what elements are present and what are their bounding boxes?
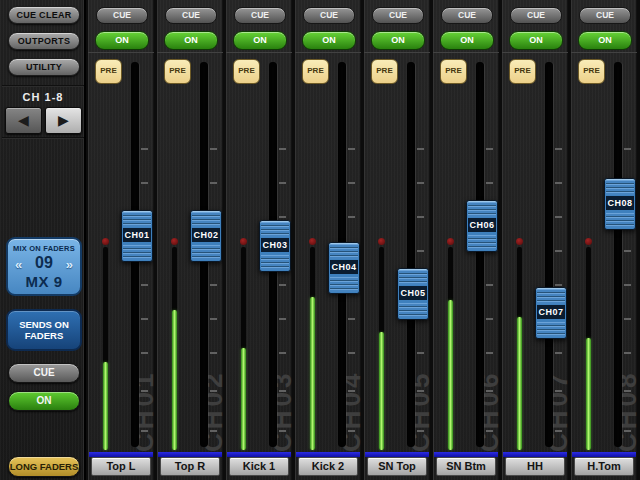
- sends-line1: SENDS ON: [19, 319, 69, 330]
- peak-indicator-dot: [585, 238, 592, 245]
- fader-tick: [141, 352, 148, 354]
- fader-tick: [486, 148, 493, 150]
- channel-strip: CUE ON PRE CH05 CH05 SN Top: [364, 0, 430, 480]
- fader-track[interactable]: [407, 62, 415, 447]
- fader-scale: [571, 0, 637, 480]
- fader-tick: [141, 390, 148, 392]
- fader-track[interactable]: [614, 62, 622, 447]
- fader-cap-ridges: [192, 212, 220, 227]
- mix-name: MX 9: [8, 273, 80, 290]
- fader-tick: [210, 352, 217, 354]
- fader-cap-label: CH03: [261, 238, 289, 252]
- fader-tick: [141, 182, 148, 184]
- fader-cap-label: CH02: [192, 228, 220, 242]
- fader-cap-label: CH04: [330, 260, 358, 274]
- channel-name-plate[interactable]: Top L: [91, 457, 151, 476]
- fader-tick: [348, 148, 355, 150]
- fader-track[interactable]: [476, 62, 484, 447]
- fader-cap-ridges: [330, 244, 358, 259]
- fader-cap-ridges: [399, 303, 427, 318]
- level-meter-fill: [310, 297, 315, 450]
- sidebar-on-button[interactable]: ON: [8, 391, 80, 411]
- peak-indicator-dot: [171, 238, 178, 245]
- fader-tick: [348, 352, 355, 354]
- channel-name-plate[interactable]: SN Btm: [436, 457, 496, 476]
- peak-indicator-dot: [516, 238, 523, 245]
- fader-cap[interactable]: CH06: [466, 200, 498, 252]
- fader-tick: [417, 390, 424, 392]
- fader-tick: [210, 318, 217, 320]
- fader-cap[interactable]: CH02: [190, 210, 222, 262]
- fader-tick: [348, 182, 355, 184]
- fader-cap-label: CH08: [606, 196, 634, 210]
- channel-bank-label: CH 1-8: [0, 91, 86, 103]
- fader-tick: [279, 318, 286, 320]
- fader-tick: [555, 430, 562, 432]
- fader-tick: [210, 148, 217, 150]
- channel-strip: CUE ON PRE CH08 CH08 H.Tom: [571, 0, 637, 480]
- fader-tick: [555, 250, 562, 252]
- outports-button[interactable]: OUTPORTS: [8, 32, 80, 50]
- channel-strip: CUE ON PRE CH01 CH01 Top L: [88, 0, 154, 480]
- sidebar-cue-button[interactable]: CUE: [8, 363, 80, 383]
- fader-cap-ridges: [192, 245, 220, 260]
- fader-tick: [486, 182, 493, 184]
- channel-name-plate[interactable]: HH: [505, 457, 565, 476]
- fader-tick: [348, 216, 355, 218]
- bank-next-button[interactable]: ▶: [45, 107, 82, 134]
- fader-scale: [364, 0, 430, 480]
- fader-tick: [624, 284, 631, 286]
- sidebar: CUE CLEAR OUTPORTS UTILITY CH 1-8 ◀ ▶ MI…: [0, 0, 86, 480]
- fader-tick: [417, 216, 424, 218]
- fader-cap-ridges: [261, 255, 289, 270]
- channel-name-plate[interactable]: H.Tom: [574, 457, 634, 476]
- channel-name-plate[interactable]: SN Top: [367, 457, 427, 476]
- sidebar-divider: [2, 85, 84, 87]
- fader-tick: [279, 390, 286, 392]
- fader-tick: [555, 148, 562, 150]
- fader-tick: [348, 430, 355, 432]
- fader-cap[interactable]: CH08: [604, 178, 636, 230]
- fader-tick: [624, 318, 631, 320]
- sends-on-faders-button[interactable]: SENDS ON FADERS: [6, 309, 82, 351]
- peak-indicator-dot: [447, 238, 454, 245]
- fader-tick: [279, 216, 286, 218]
- fader-cap-ridges: [123, 245, 151, 260]
- fader-tick: [279, 284, 286, 286]
- fader-tick: [417, 148, 424, 150]
- channel-name-plate[interactable]: Top R: [160, 457, 220, 476]
- fader-tick: [555, 390, 562, 392]
- fader-tick: [141, 318, 148, 320]
- utility-button[interactable]: UTILITY: [8, 58, 80, 76]
- fader-cap[interactable]: CH05: [397, 268, 429, 320]
- fader-tick: [210, 430, 217, 432]
- fader-cap[interactable]: CH07: [535, 287, 567, 339]
- channel-name-plate[interactable]: Kick 1: [229, 457, 289, 476]
- mix-on-faders-panel[interactable]: MIX ON FADERS « 09 » MX 9: [6, 237, 82, 296]
- mix-panel-title: MIX ON FADERS: [8, 244, 80, 253]
- fader-cap-ridges: [123, 212, 151, 227]
- fader-tick: [279, 148, 286, 150]
- fader-tick: [348, 318, 355, 320]
- fader-scale: [502, 0, 568, 480]
- left-arrow-icon: ◀: [18, 112, 29, 128]
- fader-tick: [417, 250, 424, 252]
- fader-cap[interactable]: CH04: [328, 242, 360, 294]
- long-faders-button[interactable]: LONG FADERS: [8, 456, 80, 477]
- fader-cap-ridges: [537, 289, 565, 304]
- fader-cap[interactable]: CH03: [259, 220, 291, 272]
- fader-tick: [279, 430, 286, 432]
- mix-next-chevron-icon[interactable]: »: [66, 257, 73, 272]
- channel-name-plate[interactable]: Kick 2: [298, 457, 358, 476]
- fader-tick: [555, 352, 562, 354]
- level-meter-fill: [379, 332, 384, 450]
- fader-tick: [624, 390, 631, 392]
- fader-cap-ridges: [399, 270, 427, 285]
- channel-strip: CUE ON PRE CH04 CH04 Kick 2: [295, 0, 361, 480]
- fader-track[interactable]: [545, 62, 553, 447]
- fader-cap-label: CH01: [123, 228, 151, 242]
- fader-tick: [624, 352, 631, 354]
- cue-clear-button[interactable]: CUE CLEAR: [8, 6, 80, 24]
- bank-prev-button[interactable]: ◀: [5, 107, 42, 134]
- fader-cap[interactable]: CH01: [121, 210, 153, 262]
